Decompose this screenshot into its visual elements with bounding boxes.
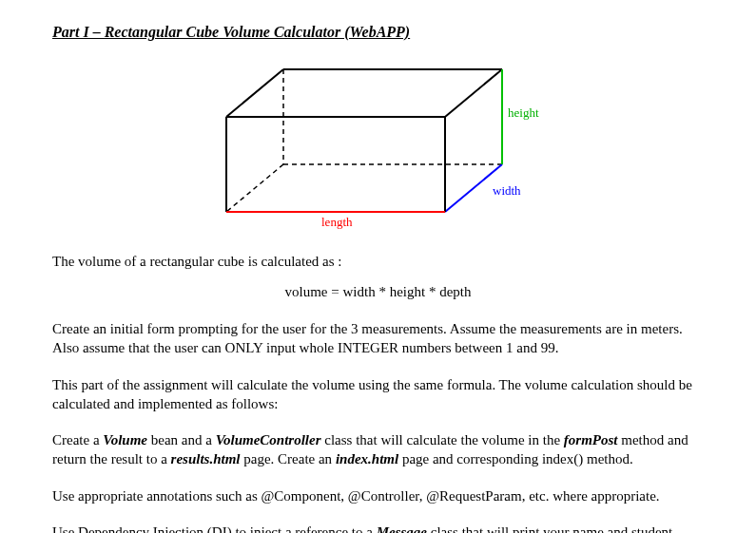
paragraph-1: Create an initial form prompting for the…: [52, 319, 704, 358]
p3-text: Create a: [52, 432, 103, 447]
p3-text: bean and a: [147, 432, 216, 447]
height-label: height: [508, 105, 539, 120]
svg-line-2: [226, 164, 283, 212]
index-html: index.html: [336, 451, 398, 466]
p5-text: Use Dependency Injection (DI) to inject …: [52, 524, 377, 533]
formpost-method: formPost: [564, 432, 618, 447]
message-class: Message: [377, 524, 427, 533]
svg-line-5: [445, 69, 502, 117]
p3-text: page and corresponding index() method.: [398, 451, 633, 466]
volume-formula: volume = width * height * depth: [52, 284, 704, 300]
paragraph-3: Create a Volume bean and a VolumeControl…: [52, 430, 704, 469]
volumecontroller-class: VolumeController: [216, 432, 321, 447]
cube-diagram: height width length: [52, 60, 704, 244]
paragraph-4: Use appropriate annotations such as @Com…: [52, 486, 704, 505]
volume-bean: Volume: [103, 432, 147, 447]
p3-text: class that will calculate the volume in …: [321, 432, 564, 447]
results-html: results.html: [171, 451, 241, 466]
intro-text: The volume of a rectangular cube is calc…: [52, 254, 704, 270]
paragraph-5: Use Dependency Injection (DI) to inject …: [52, 523, 704, 533]
width-label: width: [493, 183, 521, 198]
p3-text: page. Create an: [241, 451, 336, 466]
paragraph-2: This part of the assignment will calcula…: [52, 375, 704, 414]
svg-line-4: [226, 69, 283, 117]
length-label: length: [321, 215, 353, 229]
section-title: Part I – Rectangular Cube Volume Calcula…: [52, 24, 704, 41]
